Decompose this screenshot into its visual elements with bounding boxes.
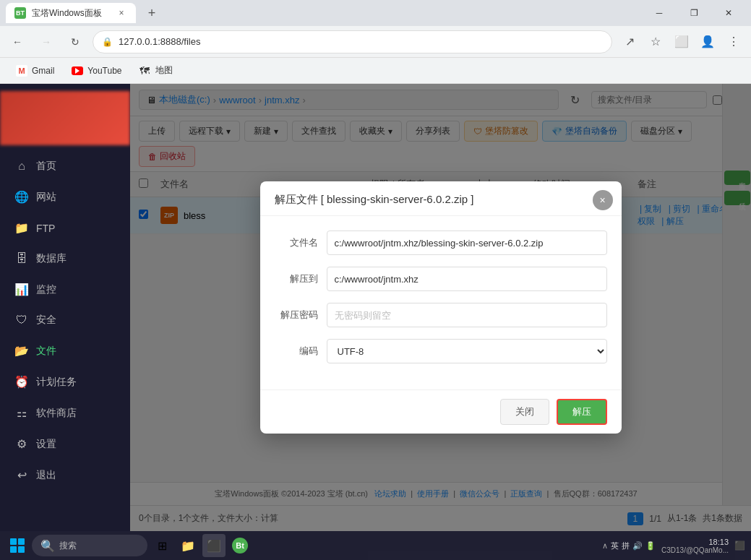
sidebar-item-website[interactable]: 🌐 网站 [0,181,130,212]
address-text: 127.0.0.1:8888/files [119,36,200,47]
bookmarks-bar: M Gmail YouTube 🗺 地图 [0,58,751,84]
taskbar-lang-cn[interactable]: 拼 [622,540,630,551]
filename-input[interactable] [327,231,607,255]
menu-button[interactable]: ⋮ [722,30,745,53]
sidebar-item-label-scheduled: 计划任务 [36,376,77,389]
browser-titlebar: BT 宝塔Windows面板 × + ─ ❐ ✕ [0,0,751,26]
sidebar-item-home[interactable]: ⌂ 首页 [0,151,130,181]
extract-button[interactable]: 解压 [557,399,607,425]
monitor-icon: 📊 [14,283,29,296]
taskbar: 🔍 搜索 ⊞ 📁 ⬛ Bt ∧ 英 拼 🔊 🔋 18:13 C3D13/@QQa… [0,531,751,560]
sidebar-item-label-logout: 退出 [36,469,56,482]
tab-close-button[interactable]: × [116,7,127,19]
taskbar-search[interactable]: 🔍 搜索 [32,535,147,556]
logout-icon: ↩ [14,468,29,482]
password-row: 解压密码 [275,303,607,327]
sidebar-item-label-software: 软件商店 [36,407,77,420]
window-close-button[interactable]: ✕ [712,0,745,26]
start-button[interactable] [6,534,29,557]
bookmark-maps[interactable]: 🗺 地图 [132,61,180,79]
taskbar-time: 18:13 C3D13/@QQanMo... [661,538,729,554]
sidebar-item-logout[interactable]: ↩ 退出 [0,460,130,491]
extract-to-label: 解压到 [275,272,318,285]
share-button[interactable]: ↗ [618,30,641,53]
profile-button[interactable]: 👤 [696,30,719,53]
extract-modal: 解压文件 [ blessing-skin-server-6.0.2.zip ] … [260,181,622,434]
ftp-icon: 📁 [14,221,29,235]
taskbar-right: ∧ 英 拼 🔊 🔋 18:13 C3D13/@QQanMo... ⬛ [602,538,745,554]
sidebar-item-scheduled[interactable]: ⏰ 计划任务 [0,366,130,397]
sidebar-item-label-settings: 设置 [36,438,56,451]
modal-header: 解压文件 [ blessing-skin-server-6.0.2.zip ] [260,181,622,216]
window-minimize-button[interactable]: ─ [643,0,676,26]
sidebar-item-settings[interactable]: ⚙ 设置 [0,428,130,460]
sidebar-item-software[interactable]: ⚏ 软件商店 [0,397,130,428]
notification-area[interactable]: ⬛ [734,540,745,551]
windows-logo-icon [10,538,25,553]
encoding-label: 编码 [275,345,318,358]
cancel-button[interactable]: 关闭 [500,399,549,425]
bookmark-gmail[interactable]: M Gmail [9,62,61,79]
taskbar-icon-2[interactable]: ⬛ [202,534,226,557]
settings-icon: ⚙ [14,437,29,451]
sidebar-item-label-ftp: FTP [36,223,55,234]
main-area: ⌂ 首页 🌐 网站 📁 FTP 🗄 数据库 📊 监控 🛡 安全 📂 文件 ⏰ [0,84,751,531]
bookmark-youtube[interactable]: YouTube [64,63,129,79]
taskbar-battery-icon: 🔋 [645,541,656,551]
taskbar-arrow-icon[interactable]: ∧ [602,541,608,551]
tab-title: 宝塔Windows面板 [32,7,102,20]
gmail-icon: M [16,65,27,77]
sidebar-blurred-header [0,91,130,145]
files-icon: 📂 [14,344,29,358]
sidebar-item-label-website: 网站 [36,191,56,204]
taskbar-search-label: 搜索 [59,540,77,552]
encoding-row: 编码 UTF-8 GBK GB2312 [275,339,607,363]
extract-to-row: 解压到 [275,267,607,291]
modal-footer: 关闭 解压 [260,389,622,434]
youtube-icon [72,66,83,75]
modal-close-button[interactable]: × [593,190,613,210]
sidebar-item-security[interactable]: 🛡 安全 [0,305,130,335]
sidebar-item-label-home: 首页 [36,160,56,173]
time-display: 18:13 [661,538,729,546]
date-display: C3D13/@QQanMo... [661,546,729,554]
sidebar-item-files[interactable]: 📂 文件 [0,335,130,366]
browser-toolbar: ← → ↻ 🔒 127.0.0.1:8888/files ↗ ☆ ⬜ 👤 ⋮ [0,26,751,58]
browser-actions: ↗ ☆ ⬜ 👤 ⋮ [618,30,745,53]
extensions-button[interactable]: ⬜ [670,30,693,53]
sidebar-item-ftp[interactable]: 📁 FTP [0,212,130,244]
browser-tab[interactable]: BT 宝塔Windows面板 × [6,3,136,23]
sidebar-item-monitor[interactable]: 📊 监控 [0,274,130,305]
new-tab-button[interactable]: + [142,3,162,23]
file-manager-panel: 🖥 本地磁盘(c:) › wwwroot › jntm.xhz › ↻ 包含 上… [130,84,751,531]
taskbar-speaker-icon[interactable]: 🔊 [632,541,643,551]
taskbar-icon-3[interactable]: Bt [228,534,252,557]
password-input[interactable] [327,303,607,327]
taskbar-app-icons: ⊞ 📁 ⬛ Bt [150,534,252,557]
software-icon: ⚏ [14,406,29,420]
bookmark-button[interactable]: ☆ [644,30,667,53]
forward-button[interactable]: → [35,30,58,53]
sidebar-item-label-security: 安全 [36,314,56,327]
back-button[interactable]: ← [6,30,29,53]
modal-overlay: 解压文件 [ blessing-skin-server-6.0.2.zip ] … [130,84,751,531]
address-bar[interactable]: 🔒 127.0.0.1:8888/files [93,30,612,53]
taskbar-icon-0[interactable]: ⊞ [150,534,173,557]
modal-body: 文件名 解压到 解压密码 编码 [260,216,622,389]
filename-row: 文件名 [275,231,607,255]
modal-title: 解压文件 [ blessing-skin-server-6.0.2.zip ] [275,193,474,205]
window-maximize-button[interactable]: ❐ [677,0,711,26]
gmail-label: Gmail [32,66,54,76]
sidebar-item-database[interactable]: 🗄 数据库 [0,244,130,274]
sidebar-item-label-monitor: 监控 [36,283,56,296]
filename-label: 文件名 [275,236,318,249]
youtube-label: YouTube [87,66,121,76]
refresh-button[interactable]: ↻ [64,30,87,53]
encoding-select[interactable]: UTF-8 GBK GB2312 [327,339,607,363]
extract-to-input[interactable] [327,267,607,291]
security-icon: 🛡 [14,314,29,327]
taskbar-lang-en[interactable]: 英 [611,540,619,551]
taskbar-icon-1[interactable]: 📁 [176,534,199,557]
sidebar-item-label-files: 文件 [36,345,56,358]
taskbar-search-icon: 🔍 [40,539,55,553]
